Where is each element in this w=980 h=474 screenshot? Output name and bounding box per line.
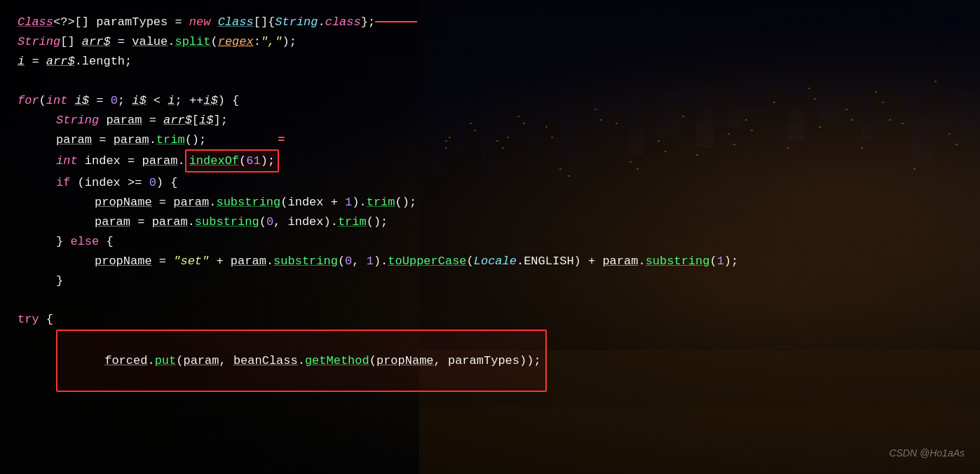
token-semi: ; [125,52,132,71]
token-red-eq: = [278,130,285,149]
token-propname: propName [95,193,152,212]
token-trim: trim [156,130,185,149]
token-comma5: , [434,354,448,367]
token-dot3: . [75,52,82,71]
token-dot9: . [517,252,524,271]
token-param3: param [114,130,149,149]
code-line-17: forced.put(param, beanClass.getMethod(pr… [18,330,966,393]
token-propname2: propName [95,252,152,271]
token-substring: substring [216,193,280,212]
token-arr-decl: [] [60,32,82,51]
token-zero: 0 [111,91,118,110]
token-else: else [70,232,99,251]
token-gm-end: )); [519,354,541,367]
token-eq4: = [89,91,111,110]
token-put-paren: ( [176,354,183,367]
code-line-9: if (index >= 0) { [18,172,966,192]
token-substring2: substring [195,212,259,231]
token-plus2: + [209,252,231,271]
token-eq2: = [111,32,132,51]
token-gm-paren: ( [369,354,376,367]
token-beanclass: beanClass [233,354,298,367]
token-class: Class [18,13,53,32]
token-index4: index [287,212,323,231]
token-indexof-box: indexOf(61); [185,149,279,172]
code-line-11: param = param.substring(0, index).trim()… [18,212,966,231]
token-string-type: String [18,32,60,51]
code-line-14: } [18,271,966,290]
token-one2: 1 [367,252,374,271]
token-semi2: ; [118,91,132,110]
code-line-empty-2 [18,290,966,309]
token-colon: : [254,32,261,51]
token-lt: < [147,91,168,110]
token-try-brace: { [39,310,53,329]
code-line-3: i = arr$.length; [18,52,966,72]
code-line-13: propName = "set" + param.substring(0, 1)… [18,251,966,271]
token-try: try [18,310,39,329]
token-string: String [275,13,318,32]
token-sub2-paren: ( [259,212,266,231]
token-dot8: . [266,252,273,271]
token-index3: index [287,193,323,212]
token-arr: arr$ [82,32,111,51]
token-comma4: , [219,354,233,367]
token-semi3: ; [175,91,189,110]
token-one3: 1 [717,252,724,271]
code-line-7: param = param.trim(); = [18,130,966,149]
token-propname3: propName [376,354,434,367]
token-eq8: = [152,193,174,212]
token-else-brace: { [99,232,113,251]
token-equals: = [175,13,189,32]
token-end: }; [361,13,375,32]
token-bracket: [ [192,111,199,130]
token-dot7: . [188,212,195,231]
token-trim3-end: (); [367,212,388,231]
token-zero3: 0 [266,212,273,231]
token-trim3: trim [338,212,367,231]
token-i2: i [168,91,175,110]
token-arr3: arr$ [163,111,192,130]
token-sub-paren: ( [280,193,287,212]
token-int-kw2: int [56,151,85,170]
token-eq9: = [130,212,152,231]
code-line-2: String[] arr$ = value.split(regex:","); [18,32,966,52]
token-sub-end: ). [352,193,366,212]
token-paramtypes2: paramTypes [448,354,519,367]
token-i-dollar3: i$ [203,91,217,110]
token-arr2: arr$ [46,52,75,71]
token-english: ENGLISH [524,252,573,271]
token-eq6: = [92,130,114,149]
code-line-6: String param = arr$[i$]; [18,110,966,130]
code-line-5: for(int i$ = 0; i$ < i; ++i$) { [18,90,966,110]
token-i-dollar2: i$ [132,91,146,110]
token-eq3: = [25,52,46,71]
token-locale: Locale [474,252,517,271]
token-i-dollar4: i$ [199,111,213,130]
token-param2: param [56,130,92,149]
token-eq5: = [142,111,163,130]
code-line-8: int index = param.indexOf(61); [18,149,966,172]
token-param4: param [142,151,177,170]
code-line-empty-1 [18,72,966,90]
token-for-paren: ( [39,91,46,110]
token-bracket-end: ]; [213,111,227,130]
token-touppercase: toUpperCase [388,252,466,271]
token-param10: param [183,354,219,367]
token-class2: Class [218,13,254,32]
token-param6: param [95,212,130,231]
token-comma2: , [273,212,287,231]
token-paramtypes: paramTypes [96,13,175,32]
token-forced-box: forced.put(param, beanClass.getMethod(pr… [56,330,547,393]
token-string-type2: String [56,111,106,130]
red-underline-1 [375,21,417,22]
token-dot11: . [147,354,154,367]
token-close-brace: } [56,232,70,251]
token-spaces [206,130,278,149]
token-set-str: "set" [173,252,209,271]
token-length: length [82,52,125,71]
code-panel: Class<?>[] paramTypes = new Class[]{Stri… [0,0,980,474]
token-param8: param [231,252,266,271]
token-gte: >= [121,173,149,192]
token-uc-end: ) + [574,252,603,271]
